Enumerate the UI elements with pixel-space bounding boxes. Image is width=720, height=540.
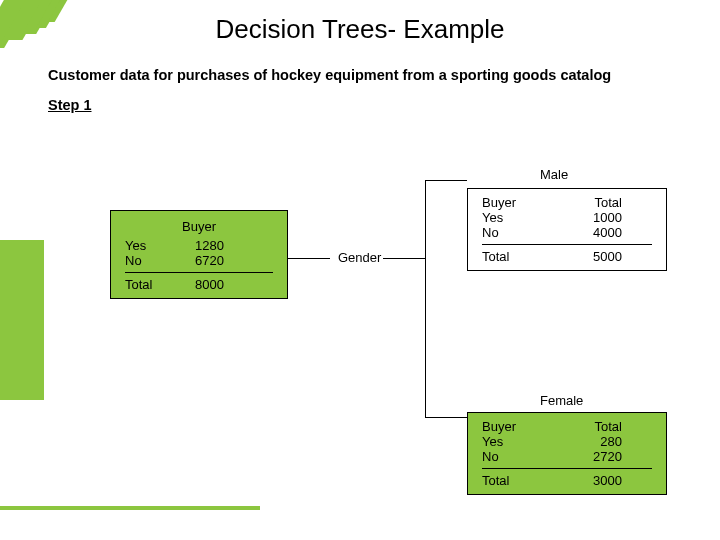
- female-no-label: No: [482, 449, 562, 464]
- female-total-label: Total: [482, 473, 562, 488]
- connector-line: [425, 417, 467, 418]
- male-total-label: Total: [482, 249, 562, 264]
- step-label: Step 1: [0, 83, 720, 113]
- root-no-label: No: [125, 253, 195, 268]
- connector-line: [425, 180, 426, 418]
- divider: [482, 244, 652, 245]
- bottom-accent-line: [0, 506, 260, 510]
- female-col-total: Total: [562, 419, 622, 434]
- root-total-value: 8000: [195, 277, 255, 292]
- divider: [482, 468, 652, 469]
- root-yes-value: 1280: [195, 238, 255, 253]
- male-col-total: Total: [562, 195, 622, 210]
- male-col-buyer: Buyer: [482, 195, 562, 210]
- male-no-label: No: [482, 225, 562, 240]
- root-yes-label: Yes: [125, 238, 195, 253]
- connector-line: [288, 258, 330, 259]
- male-yes-value: 1000: [562, 210, 622, 225]
- page-subtitle: Customer data for purchases of hockey eq…: [0, 45, 720, 83]
- female-total-value: 3000: [562, 473, 622, 488]
- female-node-box: Buyer Total Yes 280 No 2720 Total 3000: [467, 412, 667, 495]
- male-total-value: 5000: [562, 249, 622, 264]
- female-col-buyer: Buyer: [482, 419, 562, 434]
- connector-line: [425, 180, 467, 181]
- female-branch-label: Female: [540, 393, 583, 408]
- page-title: Decision Trees- Example: [0, 0, 720, 45]
- female-yes-label: Yes: [482, 434, 562, 449]
- root-node-box: Buyer Yes 1280 No 6720 Total 8000: [110, 210, 288, 299]
- female-yes-value: 280: [562, 434, 622, 449]
- male-no-value: 4000: [562, 225, 622, 240]
- left-accent-bar: [0, 240, 44, 400]
- connector-line: [383, 258, 425, 259]
- root-no-value: 6720: [195, 253, 255, 268]
- female-no-value: 2720: [562, 449, 622, 464]
- split-variable-label: Gender: [338, 250, 381, 265]
- male-branch-label: Male: [540, 167, 568, 182]
- root-header: Buyer: [111, 217, 287, 238]
- root-total-label: Total: [125, 277, 195, 292]
- male-node-box: Buyer Total Yes 1000 No 4000 Total 5000: [467, 188, 667, 271]
- divider: [125, 272, 273, 273]
- male-yes-label: Yes: [482, 210, 562, 225]
